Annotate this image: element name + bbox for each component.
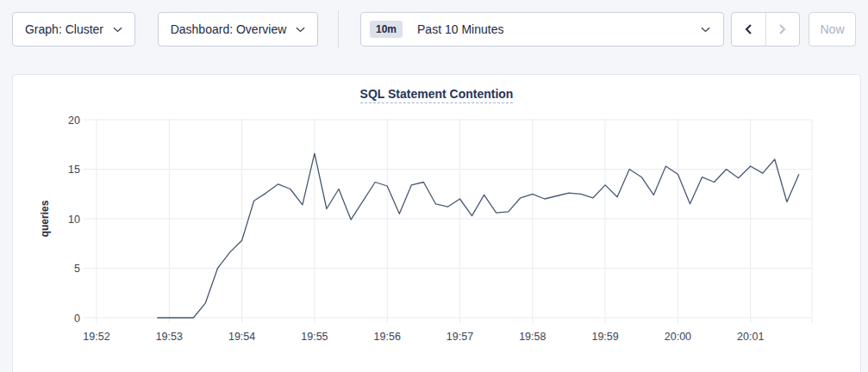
chevron-down-icon <box>113 27 122 33</box>
time-nav-group <box>731 12 800 46</box>
svg-text:20:00: 20:00 <box>665 331 691 343</box>
svg-text:20:01: 20:01 <box>737 331 764 343</box>
chevron-right-icon <box>777 23 788 35</box>
time-range-label: Past 10 Minutes <box>417 22 503 36</box>
svg-text:19:58: 19:58 <box>519 331 546 343</box>
svg-text:19:57: 19:57 <box>446 331 473 343</box>
now-button[interactable]: Now <box>809 12 856 46</box>
chevron-down-icon <box>296 27 305 33</box>
y-axis-label: queries <box>39 201 51 238</box>
svg-text:19:55: 19:55 <box>301 331 328 343</box>
chart-title[interactable]: SQL Statement Contention <box>360 87 514 103</box>
svg-text:19:53: 19:53 <box>156 331 183 343</box>
chart-card: SQL Statement Contention queries 0510152… <box>12 74 861 372</box>
dashboard-dropdown-label: Dashboard: Overview <box>171 22 287 36</box>
svg-text:15: 15 <box>68 164 80 176</box>
time-range-picker[interactable]: 10m Past 10 Minutes <box>360 12 724 46</box>
svg-text:19:56: 19:56 <box>374 331 401 343</box>
graph-dropdown-label: Graph: Cluster <box>25 22 103 36</box>
chevron-left-icon <box>743 23 754 35</box>
graph-dropdown[interactable]: Graph: Cluster <box>12 12 135 46</box>
svg-text:0: 0 <box>74 313 80 325</box>
dashboard-dropdown[interactable]: Dashboard: Overview <box>158 12 318 46</box>
svg-text:19:52: 19:52 <box>83 331 109 343</box>
toolbar: Graph: Cluster Dashboard: Overview 10m P… <box>0 0 868 74</box>
svg-text:20: 20 <box>68 115 80 127</box>
svg-text:5: 5 <box>74 263 80 275</box>
toolbar-divider <box>338 10 339 48</box>
chart-title-row: SQL Statement Contention <box>13 86 860 103</box>
svg-text:10: 10 <box>68 214 80 226</box>
line-chart: 0510152019:5219:5319:5419:5519:5619:5719… <box>13 75 860 371</box>
svg-text:19:59: 19:59 <box>591 331 618 343</box>
time-range-badge: 10m <box>370 21 403 38</box>
chevron-down-icon <box>701 27 710 33</box>
time-prev-button[interactable] <box>732 13 765 46</box>
svg-text:19:54: 19:54 <box>228 331 255 343</box>
time-next-button[interactable] <box>765 13 799 46</box>
